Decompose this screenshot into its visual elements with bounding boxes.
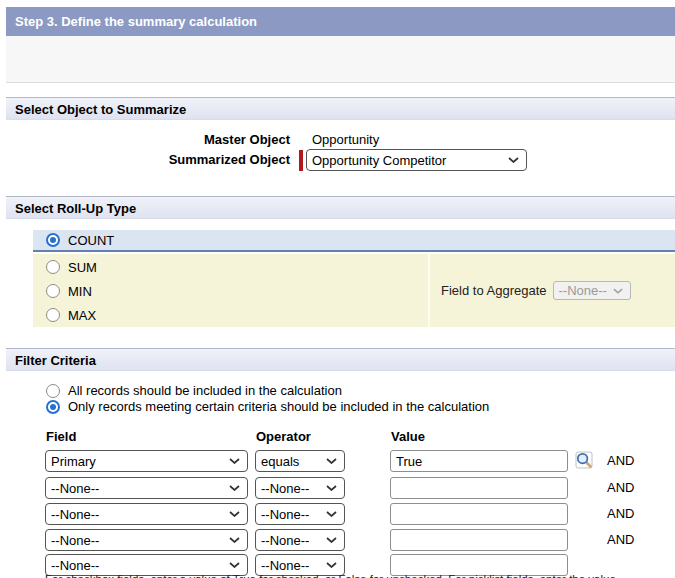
operator-select-5-value: --None--: [261, 558, 309, 573]
filter-criteria-records-row[interactable]: Only records meeting certain criteria sh…: [46, 399, 489, 414]
section-title: Filter Criteria: [15, 353, 96, 368]
radio-min[interactable]: [46, 284, 60, 298]
value-input-2[interactable]: [390, 477, 568, 499]
radio-all-records-label: All records should be included in the ca…: [68, 383, 342, 398]
filter-row-4: --None-- --None-- AND: [45, 529, 675, 551]
field-select-5-value: --None--: [51, 558, 99, 573]
chevron-down-icon: [229, 562, 240, 568]
rollup-option-count-row[interactable]: COUNT: [33, 230, 675, 252]
operator-select-1[interactable]: equals: [255, 450, 345, 472]
chevron-down-icon: [326, 537, 337, 543]
radio-max[interactable]: [46, 308, 60, 322]
section-title: Select Object to Summarize: [15, 102, 186, 117]
panel-divider: [428, 254, 430, 327]
lookup-magnifier-icon[interactable]: [575, 451, 595, 470]
filter-row-1: Primary equals AND: [45, 450, 675, 472]
required-field-bar: [299, 150, 303, 171]
summarized-object-select-value: Opportunity Competitor: [312, 153, 446, 168]
operator-select-2-value: --None--: [261, 481, 309, 496]
chevron-down-icon: [229, 511, 240, 517]
field-select-4[interactable]: --None--: [45, 529, 248, 551]
field-select-1[interactable]: Primary: [45, 450, 248, 472]
operator-select-4[interactable]: --None--: [255, 529, 345, 551]
master-object-value: Opportunity: [312, 129, 379, 151]
chevron-down-icon: [613, 288, 623, 294]
operator-select-4-value: --None--: [261, 533, 309, 548]
operator-select-2[interactable]: --None--: [255, 477, 345, 499]
section-header-rollup-type: Select Roll-Up Type: [6, 196, 675, 219]
value-input-3[interactable]: [390, 503, 568, 525]
radio-count[interactable]: [46, 233, 60, 247]
radio-criteria-records-label: Only records meeting certain criteria sh…: [68, 399, 489, 414]
and-label: AND: [607, 529, 634, 551]
radio-sum-label: SUM: [68, 260, 97, 275]
column-header-operator: Operator: [256, 429, 311, 444]
summarized-object-label: Summarized Object: [6, 149, 290, 171]
radio-all-records[interactable]: [46, 384, 60, 398]
filter-row-2: --None-- --None-- AND: [45, 477, 675, 499]
field-to-aggregate-select: --None--: [553, 281, 631, 300]
filter-hint-text: For checkbox fields, enter a value of Tr…: [45, 573, 673, 578]
and-label: AND: [607, 450, 634, 472]
top-panel: [6, 36, 675, 83]
rollup-options-panel: SUM MIN MAX Field to Aggregate --None--: [33, 254, 675, 327]
chevron-down-icon: [326, 511, 337, 517]
field-to-aggregate-label: Field to Aggregate: [441, 283, 547, 298]
master-object-label: Master Object: [6, 129, 290, 151]
summarized-object-select[interactable]: Opportunity Competitor: [306, 149, 527, 171]
field-select-3[interactable]: --None--: [45, 503, 248, 525]
chevron-down-icon: [229, 458, 240, 464]
chevron-down-icon: [229, 485, 240, 491]
step-header-bar: Step 3. Define the summary calculation: [6, 7, 675, 36]
chevron-down-icon: [326, 458, 337, 464]
radio-max-label: MAX: [68, 308, 96, 323]
section-title: Select Roll-Up Type: [15, 201, 136, 216]
radio-min-label: MIN: [68, 284, 92, 299]
chevron-down-icon: [326, 562, 337, 568]
field-select-2-value: --None--: [51, 481, 99, 496]
and-label: AND: [607, 503, 634, 525]
chevron-down-icon: [229, 537, 240, 543]
section-header-select-object: Select Object to Summarize: [6, 97, 675, 120]
step-title: Step 3. Define the summary calculation: [15, 14, 257, 29]
chevron-down-icon: [326, 485, 337, 491]
operator-select-1-value: equals: [261, 454, 299, 469]
field-select-4-value: --None--: [51, 533, 99, 548]
operator-select-3-value: --None--: [261, 507, 309, 522]
rollup-summary-wizard: Step 3. Define the summary calculation S…: [0, 0, 675, 578]
field-select-3-value: --None--: [51, 507, 99, 522]
column-header-value: Value: [391, 429, 425, 444]
field-select-1-value: Primary: [51, 454, 96, 469]
filter-row-3: --None-- --None-- AND: [45, 503, 675, 525]
value-input-1[interactable]: [390, 450, 568, 472]
section-header-filter-criteria: Filter Criteria: [6, 348, 675, 371]
field-to-aggregate-value: --None--: [559, 283, 607, 298]
radio-count-label: COUNT: [68, 233, 114, 248]
radio-sum[interactable]: [46, 260, 60, 274]
value-input-4[interactable]: [390, 529, 568, 551]
field-select-2[interactable]: --None--: [45, 477, 248, 499]
operator-select-3[interactable]: --None--: [255, 503, 345, 525]
filter-all-records-row[interactable]: All records should be included in the ca…: [46, 383, 342, 398]
column-header-field: Field: [46, 429, 76, 444]
and-label: AND: [607, 477, 634, 499]
radio-criteria-records[interactable]: [46, 400, 60, 414]
chevron-down-icon: [508, 157, 519, 163]
